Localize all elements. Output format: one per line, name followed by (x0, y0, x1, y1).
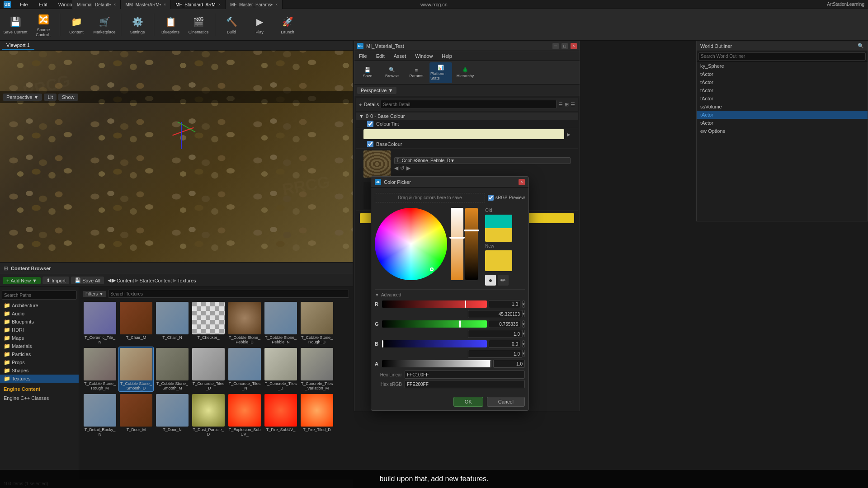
cp-g-dropdown-icon[interactable]: ▼ (522, 320, 525, 328)
texture-item[interactable]: T_Concrete_Tiles_Variation_M (300, 347, 334, 391)
cp-srgb-checkbox[interactable] (488, 195, 494, 201)
tree-item-architecture[interactable]: 📁 Architecture (0, 301, 79, 310)
search-textures-input[interactable] (108, 290, 349, 298)
tree-item-audio[interactable]: 📁 Audio (0, 310, 79, 318)
mat-menu-file[interactable]: File (357, 52, 369, 60)
texture-item[interactable]: T_Detail_Rocky_N (83, 393, 117, 437)
cp-cancel-button[interactable]: Cancel (487, 397, 525, 407)
cp-a-value-input[interactable] (493, 360, 525, 368)
texture-item[interactable]: T_Chair_N (155, 301, 189, 345)
cp-hex-srgb-input[interactable] (405, 380, 525, 388)
perspective-dropdown[interactable]: Perspective ▼ (3, 94, 42, 101)
tab-close-2[interactable]: × (218, 2, 221, 7)
mat-save-button[interactable]: 💾 Save (356, 62, 379, 83)
cp-a-slider[interactable] (382, 360, 491, 367)
colour-tint-color-bar[interactable] (363, 129, 564, 139)
wo-item-2[interactable]: tActor (697, 78, 868, 86)
details-view-icon[interactable]: ⊞ (565, 102, 569, 108)
wo-item-6[interactable]: tActor (697, 111, 868, 119)
menu-file[interactable]: File (18, 1, 30, 8)
cp-b-dropdown-input[interactable] (468, 350, 522, 358)
mat-platform-stats-button[interactable]: 📊 Platform Stats (429, 62, 452, 83)
texture-item[interactable]: T_Cobble Stone_Smooth_D (119, 347, 153, 391)
mat-hierarchy-button[interactable]: 🌲 Hierarchy (454, 62, 476, 83)
mat-params-button[interactable]: ≡ Params (405, 62, 428, 83)
colour-tint-checkbox[interactable] (367, 121, 373, 127)
cp-saturation-slider[interactable] (451, 208, 463, 280)
param-group-header-base[interactable]: ▼ 0 0 - Base Colour (356, 113, 578, 120)
engine-content-item[interactable]: Engine Content (0, 385, 79, 394)
mat-menu-edit[interactable]: Edit (374, 52, 387, 60)
tree-item-particles[interactable]: 📁 Particles (0, 350, 79, 358)
launch-button[interactable]: 🚀 Launch (274, 10, 301, 39)
wo-item-7[interactable]: tActor (697, 119, 868, 127)
cp-g-dropdown2-icon[interactable]: ▼ (522, 330, 525, 337)
texture-preview-thumb[interactable] (363, 150, 391, 178)
show-button[interactable]: Show (58, 94, 78, 101)
mat-perspective-dropdown[interactable]: Perspective ▼ (357, 87, 396, 94)
cp-b-slider[interactable] (382, 340, 487, 347)
wo-search-input[interactable] (698, 52, 866, 61)
cp-r-hex-dropdown-icon[interactable]: ▼ (522, 310, 525, 317)
cp-close-button[interactable]: × (519, 179, 525, 185)
cp-r-hex-input[interactable] (468, 310, 522, 318)
source-control-button[interactable]: 🔀 Source Control . (30, 10, 57, 39)
tab-mf-master-params[interactable]: MF_Master_Params• × (226, 0, 283, 9)
texture-item[interactable]: T_Concrete_Tiles_D (264, 347, 298, 391)
lit-button[interactable]: Lit (44, 94, 57, 101)
texture-item[interactable]: T_Cobble Stone_Rough_D (300, 301, 334, 345)
cp-b-value-input[interactable] (489, 340, 520, 348)
mat-minimize-button[interactable]: ─ (552, 43, 559, 49)
wo-item-0[interactable]: ky_Sphere (697, 62, 868, 70)
settings-button[interactable]: ⚙️ Settings (124, 10, 151, 39)
viewport-1-tab[interactable]: Viewport 1 (2, 42, 34, 50)
wo-item-4[interactable]: tActor (697, 94, 868, 103)
colour-tint-expand-icon[interactable]: ▶ (567, 132, 571, 137)
cp-g-slider[interactable] (382, 320, 487, 328)
tree-item-materials[interactable]: 📁 Materials (0, 342, 79, 350)
texture-item[interactable]: T_Chair_M (119, 301, 153, 345)
texture-item[interactable]: T_Fire_Tiled_D (300, 393, 334, 437)
cp-ok-button[interactable]: OK (453, 397, 483, 407)
save-all-button[interactable]: 💾 Save All (71, 277, 104, 284)
mat-menu-asset[interactable]: Asset (392, 52, 408, 60)
cp-eyedropper-button[interactable]: ✏ (498, 275, 509, 286)
add-new-button[interactable]: + Add New ▼ (3, 277, 41, 284)
mat-maximize-button[interactable]: □ (561, 43, 568, 49)
cp-color-wheel[interactable] (375, 208, 447, 280)
details-filter-icon[interactable]: ☰ (558, 102, 563, 108)
cp-saturation-handle[interactable] (449, 237, 465, 239)
texture-item[interactable]: T_Cobble Stone_Rough_M (83, 347, 117, 391)
cinematics-button[interactable]: 🎬 Cinematics (185, 10, 212, 39)
tab-close-0[interactable]: × (113, 2, 116, 7)
build-button[interactable]: 🔨 Build (218, 10, 245, 39)
wo-search-icon[interactable]: 🔍 (858, 43, 864, 49)
wo-item-8[interactable]: ew Options (697, 127, 868, 135)
texture-item[interactable]: T_Ceramic_Tile_N (83, 301, 117, 345)
texture-next-icon[interactable]: ▶ (406, 165, 410, 171)
cp-r-value-input[interactable] (489, 300, 520, 308)
cp-g-dropdown-input[interactable] (468, 330, 522, 338)
tab-mm-master[interactable]: MM_MasterARM• × (121, 0, 171, 9)
cp-brightness-handle[interactable] (464, 230, 479, 231)
texture-item[interactable]: T_Concrete_Tiles_D (191, 347, 226, 391)
details-menu-icon[interactable]: ☰ (571, 102, 575, 108)
menu-edit[interactable]: Edit (37, 1, 49, 8)
cp-b-dropdown-icon[interactable]: ▼ (522, 340, 525, 347)
texture-reset-icon[interactable]: ↺ (400, 165, 405, 171)
wo-item-3[interactable]: tActor (697, 86, 868, 94)
tab-minimal[interactable]: Minimal_Default• × (72, 0, 121, 9)
cp-hex-linear-input[interactable] (405, 371, 525, 379)
cp-eyedropper-white-button[interactable]: ● (485, 275, 496, 286)
base-colour-checkbox[interactable] (367, 141, 373, 147)
import-button[interactable]: ⬆ Import (42, 277, 69, 284)
cp-advanced-header[interactable]: ▼ Advanced (375, 292, 525, 297)
save-current-button[interactable]: 💾 Save Current (2, 10, 29, 39)
texture-item[interactable]: T_Explosion_SubUV_ (227, 393, 262, 437)
blueprints-button[interactable]: 📋 Blueprints (157, 10, 184, 39)
texture-item[interactable]: T_Cobble Stone_Smooth_M (155, 347, 189, 391)
texture-item[interactable]: T_Door_M (119, 393, 153, 437)
content-button[interactable]: 📁 Content (63, 10, 90, 39)
details-search-input[interactable] (381, 100, 557, 109)
texture-item[interactable]: T_Concrete_Tiles_N (227, 347, 262, 391)
